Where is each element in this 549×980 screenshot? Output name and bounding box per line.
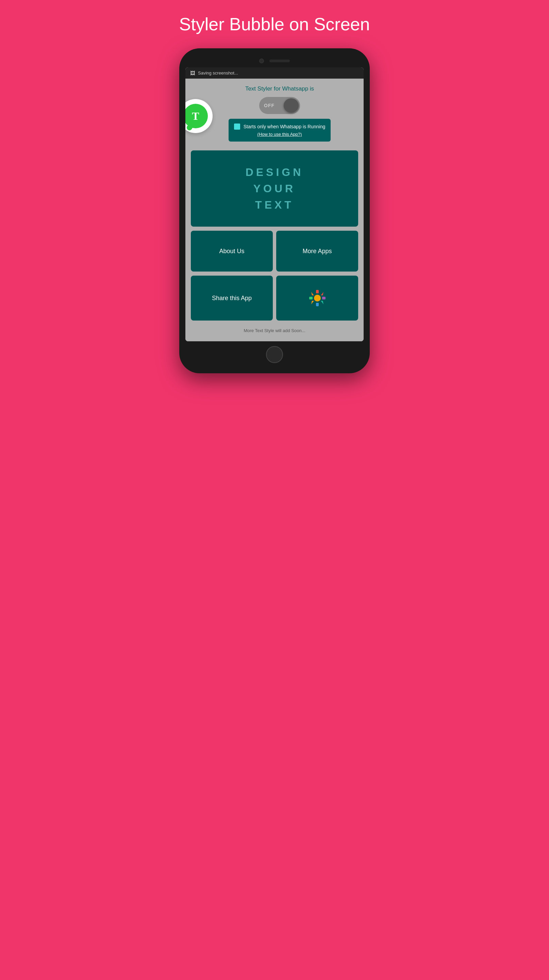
phone-camera: [259, 59, 264, 63]
grid-2col-bottom: Share this App: [191, 275, 358, 321]
phone-speaker: [270, 60, 290, 62]
phone-screen: 🖼 Saving screenshot... T Text Styler for…: [186, 67, 363, 341]
toggle-knob: [284, 98, 299, 113]
notification-text: Saving screenshot...: [198, 70, 238, 76]
design-line-2: YOUR: [198, 180, 351, 197]
design-card[interactable]: DESIGN YOUR TEXT: [191, 150, 358, 227]
svg-rect-2: [316, 303, 319, 306]
notification-bar: 🖼 Saving screenshot...: [186, 67, 363, 79]
bubble-inner: T: [186, 104, 208, 128]
page-title: Styler Bubble on Screen: [173, 14, 377, 35]
checkbox-icon[interactable]: [234, 124, 240, 130]
checkbox-label: Starts only when Whatsapp is Running: [244, 124, 325, 129]
toggle-switch[interactable]: OFF: [259, 97, 300, 114]
info-box: Starts only when Whatsapp is Running (Ho…: [228, 119, 331, 142]
design-line-3: TEXT: [198, 197, 351, 213]
screen-content: T Text Styler for Whatsapp is OFF: [186, 79, 363, 341]
about-us-label: About Us: [219, 248, 244, 255]
svg-rect-4: [322, 297, 325, 299]
info-box-row: Starts only when Whatsapp is Running: [234, 124, 325, 130]
share-app-label: Share this App: [212, 295, 252, 302]
svg-rect-3: [309, 297, 313, 299]
service-title: Text Styler for Whatsapp is: [245, 86, 314, 92]
phone-bottom-bar: [186, 346, 363, 363]
about-us-card[interactable]: About Us: [191, 231, 273, 272]
screenshot-icon: 🖼: [190, 70, 195, 76]
colorful-gear-icon: [308, 289, 326, 307]
more-apps-label: More Apps: [302, 248, 332, 255]
share-app-card[interactable]: Share this App: [191, 275, 273, 321]
svg-rect-1: [316, 290, 319, 293]
design-line-1: DESIGN: [198, 164, 351, 180]
toggle-label: OFF: [264, 103, 274, 108]
grid-2col-top: About Us More Apps: [191, 231, 358, 272]
home-button[interactable]: [266, 346, 283, 363]
bubble-t-icon: T: [192, 110, 199, 123]
toggle-container: OFF: [259, 97, 300, 114]
phone-top-bar: [186, 59, 363, 63]
how-to-link[interactable]: (How to use this App?): [234, 132, 325, 137]
phone-device: 🖼 Saving screenshot... T Text Styler for…: [179, 48, 370, 373]
more-apps-card[interactable]: More Apps: [276, 231, 358, 272]
service-row: Text Styler for Whatsapp is OFF Starts o…: [201, 86, 358, 146]
footer-text: More Text Style will add Soon...: [191, 325, 358, 334]
colorful-icon-card[interactable]: [276, 275, 358, 321]
svg-point-0: [314, 295, 321, 301]
